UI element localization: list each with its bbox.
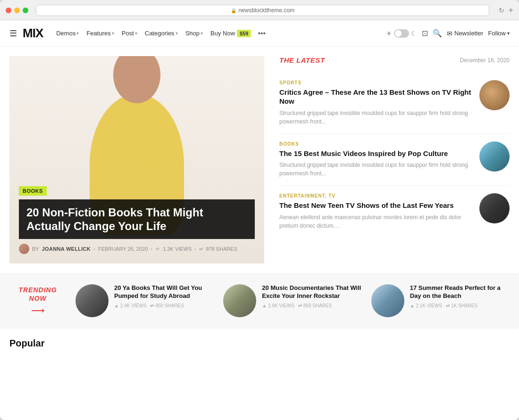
article-thumbnail	[75, 284, 109, 317]
views-icon: ▲	[262, 303, 267, 308]
article-title: 20 Ya Books That Will Get You Pumped for…	[114, 284, 214, 300]
article-title: 17 Summer Reads Perfect for a Day on the…	[410, 284, 510, 300]
article-thumbnail	[479, 141, 510, 172]
bookmark-icon[interactable]: ⊡	[422, 29, 428, 38]
theme-toggle: ☀ ☾	[386, 29, 417, 38]
trending-label: TRENDING NOW ⟶	[9, 286, 66, 316]
list-item[interactable]: BOOKS The 15 Best Music Videos Inspired …	[279, 134, 510, 186]
refresh-button[interactable]: ↻	[499, 7, 504, 14]
shares-meta: ⇄ 1K SHARES	[446, 303, 477, 308]
hero-category-tag[interactable]: BOOKS	[19, 186, 47, 196]
shares-count: 978 SHARES	[206, 246, 237, 252]
price-badge: $59	[237, 30, 251, 37]
by-label: BY	[32, 246, 39, 252]
hero-title: 20 Non-Fiction Books That Might Actually…	[26, 206, 247, 233]
traffic-lights	[6, 8, 28, 13]
latest-header: THE LATEST December 16, 2020	[279, 56, 510, 64]
moon-icon: ☾	[411, 30, 417, 37]
article-meta: ▲ 2.9K VIEWS ⇄ 858 SHARES	[262, 303, 361, 308]
sun-icon: ☀	[386, 30, 392, 37]
article-meta: ▲ 2.1K VIEWS ⇄ 1K SHARES	[410, 303, 510, 308]
url-text: newsblockttheme.com	[238, 7, 294, 14]
new-tab-button[interactable]: +	[508, 6, 513, 16]
mail-icon: ✉	[447, 30, 452, 37]
close-button[interactable]	[6, 8, 11, 13]
views-meta: ▲ 2.1K VIEWS	[410, 303, 442, 308]
navbar: ☰ MIX Demos ▾ Features ▾ Post ▾ Categori…	[0, 20, 519, 47]
article-title: 20 Music Documentaries That Will Excite …	[262, 284, 361, 300]
article-meta: ▲ 2.4K VIEWS ⇄ 860 SHARES	[114, 303, 214, 308]
nav-item-features[interactable]: Features ▾	[84, 28, 117, 39]
site-logo[interactable]: MIX	[23, 26, 43, 41]
maximize-button[interactable]	[23, 8, 28, 13]
hero-article[interactable]: BOOKS 20 Non-Fiction Books That Might Ac…	[9, 56, 264, 264]
nav-item-shop[interactable]: Shop ▾	[183, 28, 206, 39]
article-category: ENTERTAINMENT, TV	[279, 193, 474, 198]
dark-mode-toggle[interactable]	[394, 29, 409, 38]
latest-sidebar: THE LATEST December 16, 2020 SPORTS Crit…	[264, 56, 510, 264]
shares-meta: ⇄ 858 SHARES	[298, 303, 332, 308]
address-bar[interactable]: 🔒 newsblockttheme.com	[36, 5, 489, 16]
chevron-down-icon: ▾	[507, 31, 510, 36]
shares-meta: ⇄ 860 SHARES	[150, 303, 184, 308]
list-item[interactable]: ENTERTAINMENT, TV The Best New Teen TV S…	[279, 186, 510, 238]
nav-item-demos[interactable]: Demos ▾	[53, 28, 82, 39]
trending-item-info: 17 Summer Reads Perfect for a Day on the…	[410, 284, 510, 308]
views-count: 1.3K VIEWS	[163, 246, 192, 252]
chevron-down-icon: ▾	[201, 31, 203, 36]
article-thumbnail	[479, 193, 510, 223]
views-icon: ▲	[410, 303, 415, 308]
chevron-down-icon: ▾	[176, 31, 178, 36]
article-title: The Best New Teen TV Shows of the Last F…	[279, 201, 474, 210]
follow-button[interactable]: Follow ▾	[488, 30, 510, 37]
latest-item-content: BOOKS The 15 Best Music Videos Inspired …	[279, 141, 474, 178]
share-icon: ⇄	[298, 303, 302, 308]
share-icon: ⇄	[150, 303, 154, 308]
list-item[interactable]: 20 Music Documentaries That Will Excite …	[223, 284, 361, 317]
trending-items: 20 Ya Books That Will Get You Pumped for…	[75, 284, 510, 317]
list-item[interactable]: 20 Ya Books That Will Get You Pumped for…	[75, 284, 214, 317]
article-thumbnail	[223, 284, 256, 317]
lock-icon: 🔒	[231, 8, 236, 13]
author-name[interactable]: JOANNA WELLICK	[42, 246, 91, 252]
nav-item-post[interactable]: Post ▾	[119, 28, 140, 39]
hero-meta: BY JOANNA WELLICK • FEBRUARY 26, 2020 • …	[19, 244, 255, 254]
article-title: The 15 Best Music Videos Inspired by Pop…	[279, 149, 474, 158]
nav-item-categories[interactable]: Categories ▾	[142, 28, 181, 39]
hamburger-icon[interactable]: ☰	[9, 28, 17, 39]
latest-item-content: SPORTS Critics Agree – These Are the 13 …	[279, 80, 474, 126]
views-icon: ▲	[114, 303, 119, 308]
newsletter-button[interactable]: ✉ Newsletter	[447, 30, 483, 37]
latest-title: THE LATEST	[279, 56, 325, 64]
list-item[interactable]: SPORTS Critics Agree – These Are the 13 …	[279, 73, 510, 134]
nav-right: ☀ ☾ ⊡ 🔍 ✉ Newsletter Follow ▾	[386, 29, 510, 38]
main-content: BOOKS 20 Non-Fiction Books That Might Ac…	[0, 47, 519, 264]
search-icon[interactable]: 🔍	[433, 29, 442, 38]
article-description: Aenean eleifend ante maecenas pulvinar m…	[279, 213, 474, 230]
article-thumbnail	[371, 284, 404, 317]
latest-item-content: ENTERTAINMENT, TV The Best New Teen TV S…	[279, 193, 474, 230]
trending-title: TRENDING NOW	[18, 286, 57, 302]
trending-item-info: 20 Ya Books That Will Get You Pumped for…	[114, 284, 214, 308]
list-item[interactable]: 17 Summer Reads Perfect for a Day on the…	[371, 284, 510, 317]
article-category: BOOKS	[279, 141, 474, 147]
popular-title: Popular	[9, 338, 510, 349]
more-options-icon[interactable]: •••	[256, 27, 268, 40]
chevron-down-icon: ▾	[112, 31, 114, 36]
article-description: Structured gripped tape invisible moulde…	[279, 161, 474, 178]
trending-arrow-icon: ⟶	[9, 305, 66, 316]
article-description: Structured gripped tape invisible moulde…	[279, 109, 474, 126]
views-meta: ▲ 2.4K VIEWS	[114, 303, 146, 308]
chevron-down-icon: ▾	[76, 31, 79, 36]
views-meta: ▲ 2.9K VIEWS	[262, 303, 294, 308]
hero-overlay: BOOKS 20 Non-Fiction Books That Might Ac…	[9, 177, 264, 264]
browser-chrome: 🔒 newsblockttheme.com ↻ +	[0, 0, 519, 20]
article-category: SPORTS	[279, 80, 474, 85]
nav-item-buynow[interactable]: Buy Now $59	[208, 28, 254, 39]
latest-date: December 16, 2020	[460, 57, 510, 64]
site-content: ☰ MIX Demos ▾ Features ▾ Post ▾ Categori…	[0, 20, 519, 420]
minimize-button[interactable]	[14, 8, 20, 13]
hero-title-box: 20 Non-Fiction Books That Might Actually…	[19, 199, 255, 239]
article-thumbnail	[479, 80, 510, 110]
trending-section: TRENDING NOW ⟶ 20 Ya Books That Will Get…	[0, 273, 519, 329]
